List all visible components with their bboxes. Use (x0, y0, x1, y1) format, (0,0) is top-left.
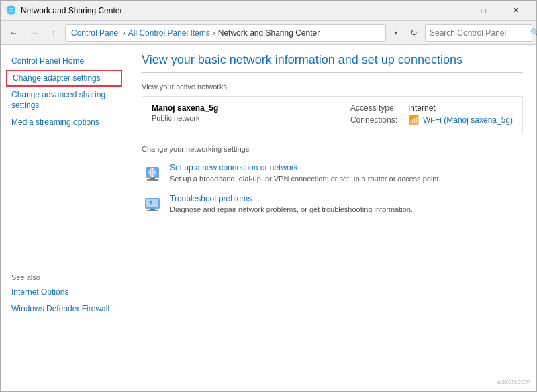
content-area: View your basic network information and … (128, 45, 536, 391)
sidebar-item-advanced-sharing[interactable]: Change advanced sharing settings (1, 87, 128, 115)
see-also-label: See also (1, 265, 128, 284)
connections-label: Connections: (350, 115, 404, 125)
troubleshoot-text: Troubleshoot problems Diagnose and repai… (170, 194, 413, 215)
troubleshoot-icon: ? (142, 194, 163, 215)
close-button[interactable]: ✕ (500, 1, 531, 21)
new-connection-text: Set up a new connection or network Set u… (170, 163, 441, 184)
back-button[interactable]: ← (5, 24, 22, 42)
network-info-right: Access type: Internet Connections: 📶 Wi-… (350, 103, 513, 127)
window-icon: 🌐 (6, 5, 17, 16)
page-title: View your basic network information and … (142, 53, 523, 73)
network-name: Manoj saxena_5g (152, 103, 218, 113)
address-bar: ← → ↑ Control Panel › All Control Panel … (1, 21, 536, 45)
breadcrumb-current: Network and Sharing Center (218, 28, 320, 38)
main-window: 🌐 Network and Sharing Center ─ □ ✕ ← → ↑… (0, 0, 537, 392)
setting-item-new-connection: + Set up a new connection or network Set… (142, 163, 523, 185)
setting-item-troubleshoot: ? Troubleshoot problems Diagnose and rep… (142, 194, 523, 215)
svg-rect-11 (147, 210, 158, 211)
access-type-row: Access type: Internet (350, 103, 513, 113)
access-type-value: Internet (408, 103, 436, 113)
sidebar-item-media-streaming[interactable]: Media streaming options (1, 114, 128, 131)
new-connection-desc: Set up a broadband, dial-up, or VPN conn… (170, 175, 441, 183)
window-controls: ─ □ ✕ (436, 1, 531, 21)
sidebar: Control Panel Home Change adapter settin… (1, 45, 128, 391)
title-bar: 🌐 Network and Sharing Center ─ □ ✕ (1, 1, 536, 21)
troubleshoot-link[interactable]: Troubleshoot problems (170, 194, 413, 203)
watermark: wsxdn.com (497, 378, 530, 385)
wifi-connection-link[interactable]: Wi-Fi (Manoj saxena_5g) (423, 115, 513, 125)
refresh-button[interactable]: ↻ (405, 24, 422, 42)
main-area: Control Panel Home Change adapter settin… (1, 45, 536, 391)
breadcrumb-allitems[interactable]: All Control Panel Items (128, 28, 210, 38)
network-card: Manoj saxena_5g Public network Access ty… (142, 96, 523, 134)
svg-rect-6 (147, 179, 158, 181)
sidebar-item-windows-defender[interactable]: Windows Defender Firewall (1, 301, 128, 317)
sidebar-item-internet-options[interactable]: Internet Options (1, 284, 128, 301)
maximize-button[interactable]: □ (468, 1, 499, 21)
active-networks-label: View your active networks (142, 83, 523, 91)
access-type-label: Access type: (350, 103, 404, 113)
up-button[interactable]: ↑ (45, 24, 62, 42)
window-title: Network and Sharing Center (21, 6, 436, 15)
search-icon: 🔍 (530, 28, 537, 37)
search-bar[interactable]: 🔍 (425, 24, 532, 42)
svg-rect-10 (150, 209, 155, 210)
forward-button[interactable]: → (25, 24, 42, 42)
network-left: Manoj saxena_5g Public network (152, 103, 218, 122)
troubleshoot-desc: Diagnose and repair network problems, or… (170, 205, 413, 213)
change-settings-section: Change your networking settings (142, 145, 523, 215)
network-type: Public network (152, 114, 218, 122)
sidebar-item-home[interactable]: Control Panel Home (1, 53, 128, 70)
breadcrumb-controlpanel[interactable]: Control Panel (71, 28, 120, 38)
new-connection-icon: + (142, 163, 163, 185)
minimize-button[interactable]: ─ (436, 1, 467, 21)
svg-rect-5 (150, 178, 155, 179)
connections-row: Connections: 📶 Wi-Fi (Manoj saxena_5g) (350, 115, 513, 125)
svg-text:+: + (156, 165, 160, 171)
svg-text:?: ? (149, 200, 153, 207)
breadcrumb-dropdown-button[interactable]: ▾ (389, 24, 402, 42)
sidebar-item-adapter-settings[interactable]: Change adapter settings (6, 70, 122, 87)
breadcrumb-bar: Control Panel › All Control Panel Items … (65, 24, 386, 42)
change-settings-label: Change your networking settings (142, 145, 523, 156)
wifi-icon: 📶 (408, 115, 419, 125)
new-connection-link[interactable]: Set up a new connection or network (170, 163, 441, 173)
search-input[interactable] (430, 28, 530, 38)
